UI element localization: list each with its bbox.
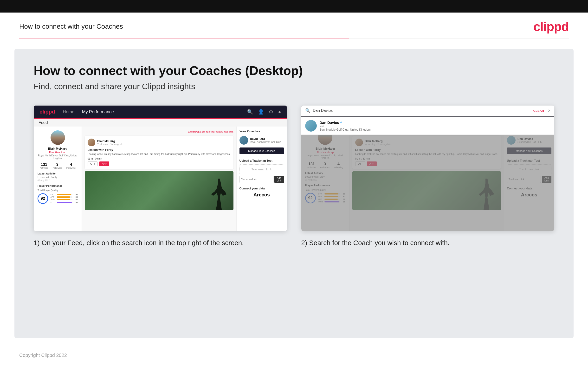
main-content: How to connect with your Coaches (Deskto… xyxy=(14,49,574,338)
bar-ott: OTT 90 xyxy=(51,193,78,195)
stat-activities: 131 Activities xyxy=(40,162,48,169)
copyright-text: Copyright Clippd 2022 xyxy=(19,353,67,358)
verified-icon: ✓ xyxy=(340,120,343,124)
main-subheading: Find, connect and share your Clippd insi… xyxy=(34,82,554,91)
feed-card-text-1: Looking to feel like my hands are exitin… xyxy=(88,153,231,156)
bar-arg: ARG 86 xyxy=(51,199,78,201)
trackman-add-btn-1[interactable]: Add Link xyxy=(274,176,284,183)
quality-bars: OTT 90 APP 85 ARG xyxy=(51,193,78,204)
quality-circle: 92 xyxy=(37,193,48,204)
trackman-section-1: Upload a Trackman Test Trackman Link Add… xyxy=(239,159,284,183)
profile-stats-1: 131 Activities 3 Followers 4 Following xyxy=(37,162,78,169)
profile-nav-icon[interactable]: 👤 xyxy=(258,109,264,115)
app-nav-1: clippd Home My Performance 🔍 👤 ⚙ ● xyxy=(34,106,287,118)
screenshot-1-column: clippd Home My Performance 🔍 👤 ⚙ ● Feed xyxy=(34,106,287,248)
avatar-nav-icon[interactable]: ● xyxy=(278,109,281,115)
app-nav-icons: 🔍 👤 ⚙ ● xyxy=(247,109,281,115)
coach-avatar-1 xyxy=(239,136,248,145)
main-heading: How to connect with your Coaches (Deskto… xyxy=(34,63,554,78)
search-nav-icon[interactable]: 🔍 xyxy=(247,109,253,115)
feed-card-1: Blair McHarg Yesterday · Sunningdale Les… xyxy=(85,136,233,169)
coach-club-1: Royal North Devon Golf Club xyxy=(250,141,281,143)
profile-club-1: Royal North Devon Golf Club, United King… xyxy=(37,154,78,159)
step-1-description: 1) On your Feed, click on the search ico… xyxy=(34,238,287,248)
search-bar: 🔍 Dan Davies CLEAR × xyxy=(301,106,554,116)
app-nav-performance[interactable]: My Performance xyxy=(82,110,114,114)
app-nav-home[interactable]: Home xyxy=(63,110,74,114)
screenshot-2: clippd Home My Performance 🔍 👤 ⚙ Feed xyxy=(301,106,554,231)
profile-panel-1: Blair McHarg Plus Handicap Royal North D… xyxy=(34,127,82,231)
app-nav-logo-1: clippd xyxy=(39,109,55,115)
search-result-role: Pro xyxy=(320,125,371,128)
trackman-box-1: Trackman Link xyxy=(239,164,284,174)
settings-nav-icon[interactable]: ⚙ xyxy=(269,109,273,115)
search-result-item[interactable]: Dan Davies ✓ Pro Sunningdale Golf Club, … xyxy=(305,120,551,132)
header: How to connect with your Coaches clippd xyxy=(0,12,588,38)
footer: Copyright Clippd 2022 xyxy=(0,348,588,363)
quality-label: Total Player Quality xyxy=(37,189,78,192)
golfer-silhouette-1 xyxy=(209,179,229,210)
latest-activity-date: 03 Aug 2022 xyxy=(37,179,78,182)
search-result-avatar xyxy=(305,120,317,132)
profile-name-1: Blair McHarg xyxy=(37,147,78,150)
arccos-logo-1: Arccos xyxy=(239,192,284,198)
header-divider xyxy=(19,38,569,39)
search-clear-button[interactable]: CLEAR xyxy=(533,109,544,112)
feed-card-meta-1: Yesterday · Sunningdale xyxy=(97,143,123,146)
app-button[interactable]: APP xyxy=(99,161,109,166)
search-icon: 🔍 xyxy=(305,108,310,113)
feed-panel-1: Control who can see your activity and da… xyxy=(82,127,236,231)
control-link[interactable]: Control who can see your activity and da… xyxy=(188,131,233,133)
avatar-image-1 xyxy=(51,130,65,145)
search-close-button[interactable]: × xyxy=(548,108,551,113)
search-results: Dan Davies ✓ Pro Sunningdale Golf Club, … xyxy=(301,117,554,135)
quality-display: 92 OTT 90 APP 85 xyxy=(37,193,78,204)
trackman-input-1[interactable] xyxy=(239,176,273,183)
connect-title-1: Connect your data xyxy=(239,187,284,190)
feed-tab-1: Feed xyxy=(34,118,287,127)
feed-card-buttons-1: OTT APP xyxy=(88,161,231,166)
search-result-club: Sunningdale Golf Club, United Kingdom xyxy=(320,128,371,131)
top-bar xyxy=(0,0,588,12)
latest-activity-name: Lesson with Fordy xyxy=(37,176,78,179)
page-title: How to connect with your Coaches xyxy=(19,23,123,30)
stat-following: 4 Following xyxy=(66,162,76,169)
manage-coaches-btn-1[interactable]: Manage Your Coaches xyxy=(239,147,284,154)
trackman-title-1: Upload a Trackman Test xyxy=(239,159,284,162)
screenshot-2-column: clippd Home My Performance 🔍 👤 ⚙ Feed xyxy=(301,106,554,248)
ott-button[interactable]: OTT xyxy=(88,161,98,166)
clippd-logo: clippd xyxy=(533,19,569,34)
search-result-name: Dan Davies ✓ xyxy=(320,120,371,125)
coach-name-1: David Ford xyxy=(250,137,281,141)
feed-card-avatar-1 xyxy=(88,138,95,146)
app-body-1: Blair McHarg Plus Handicap Royal North D… xyxy=(34,127,287,231)
coach-card-1: David Ford Royal North Devon Golf Club xyxy=(239,136,284,145)
coaches-panel-1: Your Coaches David Ford Royal North Devo… xyxy=(236,127,287,231)
profile-avatar-1 xyxy=(51,130,65,145)
search-input-value[interactable]: Dan Davies xyxy=(313,109,533,113)
two-column-layout: clippd Home My Performance 🔍 👤 ⚙ ● Feed xyxy=(34,106,554,248)
feed-card-name-1: Blair McHarg xyxy=(97,139,123,143)
golf-image-1 xyxy=(85,171,233,210)
latest-activity-label: Latest Activity xyxy=(37,172,78,175)
stat-followers: 3 Followers xyxy=(53,162,62,169)
coaches-title-1: Your Coaches xyxy=(239,129,284,133)
bar-app: APP 85 xyxy=(51,196,78,198)
trackman-input-row-1: Add Link xyxy=(239,176,284,183)
profile-handicap-1: Plus Handicap xyxy=(37,151,78,154)
feed-card-title-1: Lesson with Fordy xyxy=(88,148,231,152)
step-2-description: 2) Search for the Coach you wish to conn… xyxy=(301,238,554,248)
feed-tab-label: Feed xyxy=(38,120,48,125)
player-performance-label: Player Performance xyxy=(37,184,78,187)
bar-putt: PUTT 96 xyxy=(51,201,78,203)
screenshot-1: clippd Home My Performance 🔍 👤 ⚙ ● Feed xyxy=(34,106,287,231)
feed-card-duration-1: 01 hr : 30 min xyxy=(88,157,231,160)
